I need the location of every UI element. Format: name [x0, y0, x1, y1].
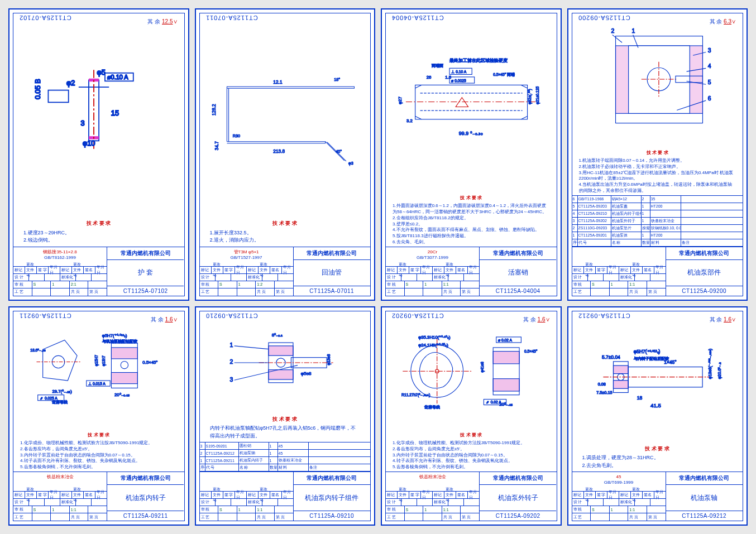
drawing-viewport: 41.5185.7±0.047.5±0.150.08φ5H7(⁺⁰·⁰¹²₀)与…: [572, 311, 743, 443]
svg-rect-112: [614, 381, 629, 389]
drawing-sheet: CT1125A-09200其 余 6.3∨213456技 术 要 求1.机油泵转…: [567, 8, 748, 301]
drawing-sheet: CT1125A-09211其 余 1.6∨φ5H7(⁺⁰·⁰¹²₀)与机油泵轴配…: [8, 306, 189, 526]
svg-text:与机油泵轴配钻配铰: 与机油泵轴配钻配铰: [102, 339, 137, 344]
svg-text:齿廓母线: 齿廓母线: [424, 405, 440, 409]
svg-point-62: [121, 362, 128, 369]
svg-text:2: 2: [611, 28, 614, 34]
title-block: 钢筋接35-11×2.8GB/T8162-1999标记更改文件号签 字年月日标记…: [13, 247, 184, 296]
svg-text:34.7: 34.7: [214, 141, 219, 151]
svg-rect-77: [269, 346, 293, 355]
drawing-number: CT1125A-07102: [107, 286, 184, 296]
tech-requirements: 技 术 要 求1.调质处理，硬度为28～31HRC。2.去尖角毛刺。: [572, 443, 743, 472]
svg-text:26: 26: [426, 75, 431, 80]
svg-text:6: 6: [707, 95, 711, 102]
svg-text:8⁰₋₀.₁: 8⁰₋₀.₁: [272, 333, 283, 338]
svg-text:18.6⁰₋.₀₅: 18.6⁰₋.₀₅: [30, 348, 46, 352]
svg-text:⌀ 0.02 A: ⌀ 0.02 A: [498, 338, 512, 342]
title-block: 铁基粉末冶金标记更改文件号签 字年月日标记更改文件号签名年月日设 计标准化审 核…: [386, 472, 557, 521]
svg-text:0.5×45°: 0.5×45°: [142, 360, 157, 365]
svg-text:213.8: 213.8: [274, 149, 285, 155]
svg-text:1: 1: [230, 343, 233, 349]
svg-text:φ13e8: φ13e8: [327, 354, 331, 365]
svg-text:0.08: 0.08: [598, 382, 606, 387]
svg-text:最终加工前在此区域检验硬度: 最终加工前在此区域检验硬度: [449, 58, 508, 63]
svg-text:φ35.3H10(⁺⁰·¹⁰₀): φ35.3H10(⁺⁰·¹⁰₀): [418, 335, 451, 340]
svg-text:φ13e8(⁻·⁰³²₋.₀₅₉): φ13e8(⁻·⁰³²₋.₀₅₉): [707, 349, 712, 379]
svg-rect-22: [415, 85, 527, 119]
svg-text:⫽ 0.02 A: ⫽ 0.02 A: [485, 401, 501, 405]
svg-text:5.7±0.04: 5.7±0.04: [602, 354, 620, 360]
drawing-sheet: CT1125A-07102其 余 12.5∨0.05 B⌀0.10 Aφ10φ5…: [8, 8, 189, 301]
drawing-viewport: 12.118°128.234.7213.8R3045°φ3: [200, 13, 371, 218]
svg-rect-40: [628, 46, 690, 113]
svg-text:0.5×45°: 0.5×45°: [524, 349, 538, 353]
drawing-sheet: CT1125A-09202其 余 1.6∨φ35.3H10(⁺⁰·¹⁰₀)φ24…: [381, 306, 562, 526]
svg-text:φ41e8: φ41e8: [480, 362, 485, 372]
svg-text:φ3: φ3: [348, 161, 353, 166]
title-block: 45GB/T699-1999标记更改文件号签 字年月日标记更改文件号签名年月日设…: [572, 472, 743, 521]
svg-text:12.1: 12.1: [274, 79, 283, 85]
tech-requirements: 技 术 要 求1.化学成份、物理机械性能、检测试验方法按JB/T5090-199…: [386, 431, 557, 472]
drawing-number: CT1125A-09210: [294, 511, 370, 521]
svg-text:128.2: 128.2: [211, 104, 217, 116]
drawing-sheet: CT1125A-0400499.9 ⁰₋₀.₃₀φ27⊥ 0.10 A⌀ 0.0…: [381, 8, 562, 301]
svg-text:⊥ 0.015 A: ⊥ 0.015 A: [88, 382, 106, 386]
drawing-viewport: 213456: [572, 13, 743, 149]
tech-requirements: 技 术 要 求内转子和机油泵轴配钻φ5H7孔之后再装入销5c6，钢丙端磨平，不得…: [200, 413, 371, 442]
drawing-number: CT1125A-04004: [480, 286, 556, 296]
drawing-number: CT1125A-09202: [480, 511, 556, 521]
drawing-sheet: CT1125A-0701112.118°128.234.7213.8R3045°…: [195, 8, 376, 301]
svg-text:7.5±0.15: 7.5±0.15: [596, 390, 612, 395]
part-name: 护 套: [107, 260, 184, 286]
svg-text:18°: 18°: [334, 77, 340, 82]
bom-table: 3S195-09201圆柱销1452CT1125A-09212机油泵轴1451C…: [200, 442, 371, 472]
part-name: 机油泵部件: [666, 260, 743, 286]
svg-rect-111: [614, 365, 629, 374]
tech-requirements: 技 术 要 求1.硬度23～29HRC。2.锐边倒钝。: [13, 218, 184, 247]
part-name: 机油泵外转子: [480, 485, 556, 511]
drawing-viewport: 1238⁰₋₀.₁φ5e8φ13e8: [200, 311, 371, 413]
svg-text:45°: 45°: [336, 150, 342, 155]
svg-text:φ13h7: φ13h7: [102, 355, 106, 366]
company-name: 常通内燃机有限公司: [666, 472, 743, 485]
svg-text:⫽ 0.025 A: ⫽ 0.025 A: [40, 396, 58, 400]
part-name: 机油泵内转子: [107, 485, 184, 511]
svg-text:φ32±(.⁸⁵): φ32±(.⁸⁵): [528, 89, 532, 105]
svg-text:20⁰₋₀.₀₅: 20⁰₋₀.₀₅: [114, 392, 130, 397]
svg-text:3: 3: [80, 119, 84, 127]
svg-text:φ21±0.125: φ21±0.125: [535, 86, 539, 104]
svg-text:3.2: 3.2: [406, 119, 413, 124]
svg-text:2: 2: [230, 359, 233, 365]
svg-text:φ2: φ2: [66, 79, 75, 87]
svg-text:1: 1: [631, 28, 635, 34]
svg-text:41.5: 41.5: [650, 402, 661, 408]
svg-text:R30: R30: [233, 134, 240, 139]
drawing-sheet: CT1125A-09212其 余 1.6∨41.5185.7±0.047.5±0…: [567, 306, 748, 526]
svg-text:φ5e8: φ5e8: [301, 371, 312, 376]
svg-text:φ15H7: φ15H7: [94, 355, 99, 367]
drawing-sheet: CT1125A-092101238⁰₋₀.₁φ5e8φ13e8技 术 要 求内转…: [195, 306, 376, 526]
svg-text:4: 4: [707, 63, 711, 69]
bom-table: 6GB/T119-1986销A5×122355CT1125A-09203机油泵盖…: [572, 195, 743, 247]
drawing-number: CT1125A-09211: [107, 511, 184, 521]
title-block: 标记更改文件号签 字年月日标记更改文件号签名年月日设 计标准化审 核S11:1工…: [572, 247, 743, 296]
svg-text:φ5H7(⁺⁰·⁰¹²₀): φ5H7(⁺⁰·⁰¹²₀): [634, 349, 661, 354]
tech-requirements: 技 术 要 求1.化学成份、物理机械性能、检测试验方法按JB/T5090-199…: [13, 431, 184, 472]
svg-text:φ10: φ10: [83, 140, 95, 148]
svg-rect-97: [493, 379, 519, 391]
tech-requirements: 技 术 要 求1.机油泵转子端面间隙0.07～0.14，允许用垫片调整。2.机油…: [572, 149, 743, 195]
part-name: 活塞销: [480, 260, 556, 286]
tech-requirements: 技 术 要 求1.展开长度332.5。2.退火，消除内应力。: [200, 218, 371, 247]
title-block: 管T3M φ5×1GB/T1527-1997标记更改文件号签 字年月日标记更改文…: [200, 247, 371, 296]
svg-text:5: 5: [707, 79, 711, 85]
svg-rect-60: [111, 348, 137, 359]
svg-text:⌀ 0.0025: ⌀ 0.0025: [451, 79, 466, 83]
svg-text:⌀0.10 A: ⌀0.10 A: [107, 74, 128, 80]
svg-text:R11.27h7(⁰₋.₀₁₈): R11.27h7(⁰₋.₀₁₈): [401, 393, 430, 397]
company-name: 常通内燃机有限公司: [294, 247, 370, 260]
svg-text:φ5: φ5: [97, 69, 105, 77]
company-name: 常通内燃机有限公司: [107, 472, 184, 485]
part-name: 机油泵轴: [666, 485, 743, 511]
drawing-viewport: φ5H7(⁺⁰·⁰¹²₀)与机油泵轴配钻配铰0.5×45°20⁰₋₀.₀₅18.…: [13, 311, 184, 431]
svg-text:3: 3: [707, 47, 711, 54]
